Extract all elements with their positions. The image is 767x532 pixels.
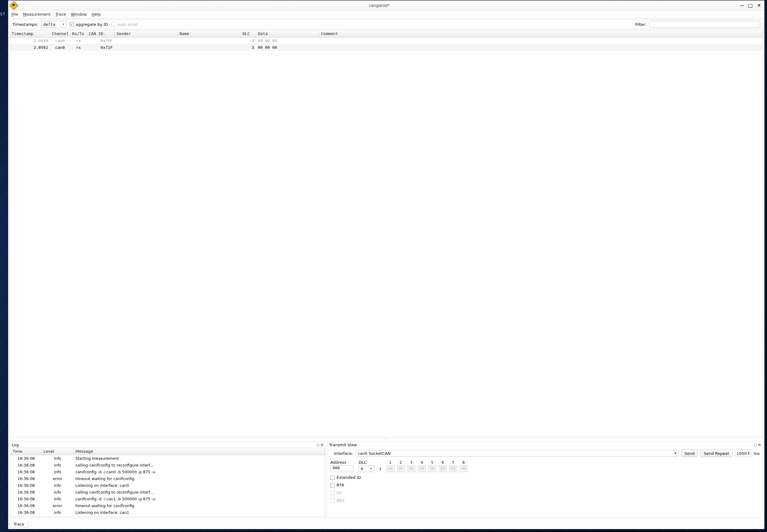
byte-input[interactable]: 00 bbox=[439, 465, 447, 472]
col-channel[interactable]: Channel bbox=[50, 30, 70, 37]
table-row[interactable]: 2.0449can0rx0x70F300 00 00 bbox=[10, 37, 763, 44]
address-input[interactable]: 000 bbox=[330, 465, 354, 472]
trace-header-row: Timestamp Channel Rx/Tx CAN ID▾ Sender N… bbox=[10, 30, 763, 37]
repeat-ms-spin[interactable]: 1000 ▲▼ bbox=[735, 450, 751, 457]
col-data[interactable]: Data bbox=[256, 30, 319, 37]
filter-label: Filter: bbox=[635, 22, 647, 27]
byte-input[interactable]: 00 bbox=[449, 465, 457, 472]
tab-trace[interactable]: Trace bbox=[10, 521, 28, 528]
log-panel: Log ◻ ⊠ Time Level Message 16:36:08infoS… bbox=[10, 442, 326, 518]
log-col-level[interactable]: Level bbox=[41, 448, 73, 455]
byte-col: 700 bbox=[449, 460, 457, 472]
window-title: cangaroo* bbox=[19, 3, 739, 8]
send-button[interactable]: Send bbox=[681, 450, 698, 457]
app-window: cangaroo* — □ ✕ File Measurement Trace W… bbox=[8, 0, 765, 529]
log-row[interactable]: 16:36:08errortimeout waiting for canifco… bbox=[11, 475, 324, 482]
byte-col: 300 bbox=[407, 460, 415, 472]
log-close-icon[interactable]: ⊠ bbox=[321, 443, 323, 447]
chevron-down-icon: ▼ bbox=[370, 467, 372, 470]
aggregate-checkbox[interactable]: ✓ aggregate by ID bbox=[69, 22, 108, 27]
app-icon bbox=[10, 1, 18, 10]
log-row[interactable]: 16:36:08infoListening on interface: can0 bbox=[11, 482, 324, 489]
col-comment[interactable]: Comment bbox=[319, 30, 763, 37]
log-title: Log bbox=[12, 443, 19, 447]
log-row[interactable]: 16:36:08infoListening on interface: can1 bbox=[11, 509, 324, 516]
chevron-down-icon: ▼ bbox=[674, 452, 677, 455]
transmit-panel: Transmit View ◻ ⊠ Interface: can0 Socket… bbox=[327, 442, 763, 518]
byte-input[interactable]: 00 bbox=[397, 465, 405, 472]
byte-input[interactable]: 00 bbox=[407, 465, 415, 472]
col-timestamp[interactable]: Timestamp bbox=[10, 30, 50, 37]
menu-help[interactable]: Help bbox=[92, 12, 101, 17]
table-row[interactable]: 2.0592can0rx0x71F300 00 00 bbox=[10, 44, 763, 51]
byte-col: 100 bbox=[386, 460, 394, 472]
timestamps-label: Timestamps: bbox=[12, 22, 38, 27]
menu-measurement[interactable]: Measurement bbox=[23, 12, 50, 17]
menu-file[interactable]: File bbox=[11, 12, 18, 17]
ms-label: ms bbox=[754, 451, 760, 456]
log-col-time[interactable]: Time bbox=[11, 448, 41, 455]
log-row[interactable]: 16:36:08errortimeout waiting for canifco… bbox=[11, 502, 324, 509]
log-col-message[interactable]: Message bbox=[73, 448, 324, 455]
byte-row-number: 1 bbox=[379, 467, 382, 471]
byte-col: 400 bbox=[418, 460, 426, 472]
byte-header: 2 bbox=[400, 460, 402, 465]
desktop-edge-text: ST bbox=[0, 12, 5, 16]
byte-header: 3 bbox=[410, 460, 413, 465]
byte-col: 200 bbox=[397, 460, 405, 472]
fd-checkbox: FD bbox=[330, 491, 760, 495]
log-undock-icon[interactable]: ◻ bbox=[317, 443, 319, 447]
log-row[interactable]: 16:36:08infocanifconfig -d -i can0 -b 50… bbox=[11, 468, 324, 475]
log-row[interactable]: 16:36:08infocalling canifconfig to recon… bbox=[11, 489, 324, 495]
trace-toolbar: Timestamps: delta▼ ✓ aggregate by ID aut… bbox=[10, 19, 763, 29]
titlebar: cangaroo* — □ ✕ bbox=[8, 1, 764, 10]
byte-header: 6 bbox=[441, 460, 444, 465]
chevron-down-icon: ▼ bbox=[62, 23, 64, 26]
rtr-checkbox[interactable]: RTR bbox=[330, 483, 760, 487]
dlc-label: DLC bbox=[359, 460, 374, 465]
timestamps-select[interactable]: delta▼ bbox=[41, 21, 66, 28]
tx-undock-icon[interactable]: ◻ bbox=[754, 443, 757, 447]
byte-header: 4 bbox=[421, 460, 423, 465]
menu-trace[interactable]: Trace bbox=[55, 12, 66, 17]
byte-col: 600 bbox=[439, 460, 447, 472]
transmit-title: Transmit View bbox=[329, 443, 357, 447]
log-row[interactable]: 16:36:08infocanifconfig -d -i can1 -b 50… bbox=[11, 495, 324, 502]
menu-window[interactable]: Window bbox=[71, 12, 87, 17]
filter-input[interactable] bbox=[650, 21, 760, 28]
col-sender[interactable]: Sender bbox=[114, 30, 177, 37]
col-rxtx[interactable]: Rx/Tx bbox=[70, 30, 87, 37]
byte-header: 1 bbox=[389, 460, 392, 465]
brs-checkbox: BRS bbox=[330, 498, 760, 503]
byte-header: 5 bbox=[431, 460, 433, 465]
byte-input[interactable]: 00 bbox=[386, 465, 394, 472]
send-repeat-button[interactable]: Send Repeat bbox=[700, 450, 733, 457]
trace-table-area: Timestamp Channel Rx/Tx CAN ID▾ Sender N… bbox=[10, 30, 763, 437]
address-label: Address bbox=[330, 460, 354, 465]
tx-close-icon[interactable]: ⊠ bbox=[758, 443, 761, 447]
maximize-button[interactable]: □ bbox=[748, 3, 753, 8]
menubar: File Measurement Trace Window Help bbox=[8, 10, 764, 18]
interface-select[interactable]: can0 SocketCAN▼ bbox=[356, 450, 679, 457]
splitter-handle[interactable]: ⋯⋯ bbox=[8, 438, 764, 440]
byte-header: 7 bbox=[452, 460, 454, 465]
byte-input[interactable]: 00 bbox=[418, 465, 426, 472]
byte-input[interactable]: 00 bbox=[428, 465, 436, 472]
trace-table: Timestamp Channel Rx/Tx CAN ID▾ Sender N… bbox=[10, 30, 763, 51]
col-canid[interactable]: CAN ID▾ bbox=[87, 30, 114, 37]
sort-indicator-icon: ▾ bbox=[104, 33, 106, 36]
autoscroll-checkbox[interactable]: auto scroll bbox=[111, 22, 138, 27]
byte-header: 8 bbox=[462, 460, 465, 465]
log-row[interactable]: 16:36:08infoStarting measurement bbox=[11, 455, 324, 462]
byte-input[interactable]: 00 bbox=[460, 465, 468, 472]
minimize-button[interactable]: — bbox=[739, 3, 745, 8]
extended-id-checkbox[interactable]: Extended ID bbox=[330, 475, 760, 480]
dlc-select[interactable]: 0▼ bbox=[359, 465, 374, 472]
col-name[interactable]: Name bbox=[177, 30, 241, 37]
log-row[interactable]: 16:36:08infocalling canifconfig to recon… bbox=[11, 462, 324, 468]
log-table: Time Level Message 16:36:08infoStarting … bbox=[11, 448, 325, 516]
byte-grid: 100200300400500600700800 bbox=[386, 460, 468, 472]
col-dlc[interactable]: DLC bbox=[241, 30, 256, 37]
close-button[interactable]: ✕ bbox=[756, 3, 762, 8]
byte-col: 500 bbox=[428, 460, 436, 472]
